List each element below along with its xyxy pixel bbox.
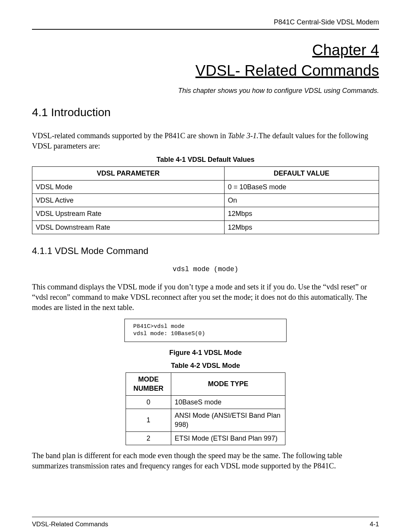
- table2-cell-type: ANSI Mode (ANSI/ETSI Band Plan 998): [171, 409, 285, 432]
- table-row: 1 ANSI Mode (ANSI/ETSI Band Plan 998): [126, 409, 285, 432]
- table2-cell-type: ETSI Mode (ETSI Band Plan 997): [171, 431, 285, 445]
- table1-cell-param: VDSL Active: [32, 193, 225, 207]
- table1-cell-param: VDSL Mode: [32, 180, 225, 193]
- closing-paragraph: The band plan is different for each mode…: [32, 451, 379, 471]
- table2-caption: Table 4-2 VDSL Mode: [32, 361, 379, 370]
- section-heading-mode-cmd: 4.1.1 VDSL Mode Command: [32, 245, 379, 257]
- section-heading-intro: 4.1 Introduction: [32, 105, 379, 120]
- terminal-output: P841C>vdsl mode vdsl mode: 10BaseS(0): [124, 319, 287, 342]
- table-vdsl-mode: MODE NUMBER MODE TYPE 0 10BaseS mode 1 A…: [126, 372, 285, 445]
- table2-cell-num: 0: [126, 395, 171, 409]
- intro-text-before: VDSL-related commands supported by the P…: [32, 131, 228, 140]
- running-header: P841C Central-Side VDSL Modem: [32, 18, 379, 27]
- table-row: 0 10BaseS mode: [126, 395, 285, 409]
- page-footer: VDSL-Related Commands 4-1: [32, 517, 379, 529]
- footer-left: VDSL-Related Commands: [32, 520, 108, 529]
- chapter-name: VDSL- Related Commands: [32, 60, 379, 81]
- intro-paragraph: VDSL-related commands supported by the P…: [32, 131, 379, 151]
- footer-page-number: 4-1: [370, 520, 379, 529]
- table1-cell-param: VDSL Downstream Rate: [32, 220, 225, 234]
- table-reference: Table 3-1.: [228, 131, 258, 140]
- table1-header-param: VDSL PARAMETER: [32, 167, 225, 180]
- table1-cell-value: On: [224, 193, 379, 207]
- table1-caption: Table 4-1 VDSL Default Values: [32, 155, 379, 164]
- table2-cell-num: 1: [126, 409, 171, 432]
- table1-cell-param: VDSL Upstream Rate: [32, 207, 225, 220]
- page: P841C Central-Side VDSL Modem Chapter 4 …: [0, 0, 411, 532]
- table-row: VDSL Mode 0 = 10BaseS mode: [32, 180, 379, 193]
- table2-cell-type: 10BaseS mode: [171, 395, 285, 409]
- table1-cell-value: 12Mbps: [224, 220, 379, 234]
- table2-header-num: MODE NUMBER: [126, 373, 171, 396]
- table-header-row: MODE NUMBER MODE TYPE: [126, 373, 285, 396]
- table2-cell-num: 2: [126, 431, 171, 445]
- table2-header-type: MODE TYPE: [171, 373, 285, 396]
- figure-caption: Figure 4-1 VDSL Mode: [32, 348, 379, 357]
- table1-cell-value: 12Mbps: [224, 207, 379, 220]
- chapter-title: Chapter 4 VDSL- Related Commands: [32, 40, 379, 81]
- table-row: 2 ETSI Mode (ETSI Band Plan 997): [126, 431, 285, 445]
- table-row: VDSL Downstream Rate 12Mbps: [32, 220, 379, 234]
- table-default-values: VDSL PARAMETER DEFAULT VALUE VDSL Mode 0…: [32, 166, 379, 234]
- table-header-row: VDSL PARAMETER DEFAULT VALUE: [32, 167, 379, 180]
- table1-header-value: DEFAULT VALUE: [224, 167, 379, 180]
- table-row: VDSL Active On: [32, 193, 379, 207]
- table1-cell-value: 0 = 10BaseS mode: [224, 180, 379, 193]
- command-syntax: vdsl mode (mode): [32, 265, 379, 274]
- chapter-number: Chapter 4: [32, 40, 379, 60]
- header-rule: [32, 29, 379, 30]
- table-row: VDSL Upstream Rate 12Mbps: [32, 207, 379, 220]
- chapter-subtitle: This chapter shows you how to configure …: [32, 86, 379, 95]
- mode-cmd-description: This command displays the VDSL mode if y…: [32, 282, 379, 313]
